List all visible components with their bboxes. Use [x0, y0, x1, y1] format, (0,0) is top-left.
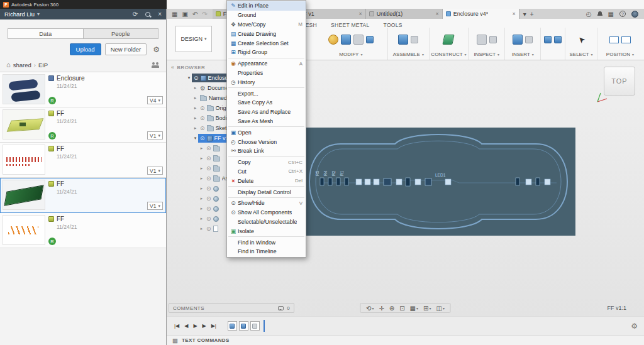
fit-icon[interactable]: [399, 305, 404, 312]
expand-arrow-icon[interactable]: [199, 166, 204, 171]
text-commands-bar[interactable]: TEXT COMMANDS: [167, 335, 644, 345]
menu-item-save-as-and-replace[interactable]: Save As and Replace: [227, 107, 306, 117]
expand-arrow-icon[interactable]: [192, 116, 198, 121]
joint-icon[interactable]: [411, 36, 418, 43]
construction-plane-icon[interactable]: [443, 35, 455, 45]
menu-item-find-in-window[interactable]: Find in Window: [227, 238, 306, 247]
tab-close-icon[interactable]: [358, 11, 362, 17]
redo-icon[interactable]: ↷: [202, 11, 207, 18]
menu-item-cut[interactable]: CutCtrl+X: [227, 167, 306, 177]
expand-arrow-icon[interactable]: [186, 75, 192, 80]
visibility-eye-icon[interactable]: [200, 115, 205, 121]
apps-grid-icon[interactable]: ▦: [608, 11, 614, 18]
press-pull-icon[interactable]: [328, 35, 338, 45]
visibility-eye-icon[interactable]: [206, 226, 211, 232]
menu-item-edit-in-place[interactable]: ✎Edit in Place: [227, 1, 306, 11]
menu-item-choose-version[interactable]: ◴Choose Version: [227, 137, 306, 146]
search-icon[interactable]: [145, 12, 150, 17]
menu-item-find-in-timeline[interactable]: Find in Timeline: [227, 247, 306, 256]
view-cube-face-label[interactable]: TOP: [611, 77, 627, 85]
version-dropdown[interactable]: V1: [147, 202, 163, 210]
expand-arrow-icon[interactable]: [192, 136, 198, 141]
timeline-feature-component[interactable]: [228, 321, 237, 331]
home-icon[interactable]: [6, 61, 11, 68]
viewports-icon[interactable]: [436, 305, 444, 312]
menu-item-save-as-mesh[interactable]: Save As Mesh: [227, 117, 306, 126]
expand-arrow-icon[interactable]: [199, 146, 204, 151]
menu-item-appearance[interactable]: ◉AppearanceA: [227, 59, 306, 68]
tab-list-chevron-icon[interactable]: [523, 11, 526, 18]
group-label-inspect[interactable]: INSPECT: [474, 52, 499, 60]
document-tab[interactable]: Untitled(1): [366, 9, 443, 19]
visibility-eye-icon[interactable]: [194, 75, 199, 81]
decal-icon[interactable]: [525, 36, 533, 43]
visibility-eye-icon[interactable]: [206, 216, 211, 222]
visibility-eye-icon[interactable]: [206, 175, 211, 182]
upload-button[interactable]: Upload: [70, 43, 101, 55]
menu-item-display-detail-control[interactable]: Display Detail Control: [227, 187, 306, 197]
settings-gear-icon[interactable]: [153, 45, 160, 54]
close-panel-icon[interactable]: ×: [158, 11, 162, 18]
shell-icon[interactable]: [353, 35, 364, 45]
display-settings-icon[interactable]: [410, 305, 418, 312]
menu-item-create-selection-set[interactable]: ▦Create Selection Set: [227, 38, 306, 48]
help-icon[interactable]: [619, 11, 626, 17]
visibility-eye-icon[interactable]: [206, 185, 211, 192]
group-label-select[interactable]: SELECT: [569, 52, 592, 60]
menu-item-save-copy-as[interactable]: Save Copy As: [227, 98, 306, 107]
grid-settings-icon[interactable]: [423, 305, 431, 312]
menu-item-history[interactable]: ◷History: [227, 77, 306, 87]
visibility-eye-icon[interactable]: [200, 105, 205, 111]
pcb-3d-render[interactable]: R5 R4 R2 R1 LED1: [302, 128, 575, 236]
timeline-feature-component[interactable]: [239, 321, 248, 331]
insert-mesh-icon[interactable]: [513, 35, 523, 45]
expand-arrow-icon[interactable]: [199, 226, 204, 231]
exchange-icon[interactable]: [544, 36, 552, 43]
play-icon[interactable]: [192, 323, 198, 329]
timeline-settings-gear-icon[interactable]: [631, 322, 638, 331]
expand-arrow-icon[interactable]: [199, 186, 204, 191]
measure-icon[interactable]: [477, 35, 487, 45]
user-name[interactable]: Richard Liu: [4, 11, 35, 18]
version-dropdown[interactable]: V4: [147, 96, 163, 104]
collapse-chevron-icon[interactable]: [171, 64, 175, 70]
section-analysis-icon[interactable]: [489, 36, 497, 43]
breadcrumb-root[interactable]: shared: [13, 62, 31, 68]
go-to-end-icon[interactable]: [210, 323, 218, 329]
menu-item-delete[interactable]: ×DeleteDel: [227, 176, 306, 185]
save-icon[interactable]: ▣: [182, 11, 187, 18]
data-item-ff-selected[interactable]: FF 11/24/21 V1: [0, 178, 166, 213]
position-revert-icon[interactable]: [621, 36, 631, 43]
menu-item-show-all-components[interactable]: ⊙Show All Components: [227, 208, 306, 217]
visibility-eye-icon[interactable]: [206, 145, 211, 151]
menu-item-move-copy[interactable]: ✥Move/CopyM: [227, 20, 306, 30]
menu-item-show-hide[interactable]: ⊙Show/HideV: [227, 199, 306, 208]
menu-item-break-link[interactable]: ⚯Break Link: [227, 146, 306, 156]
tab-close-icon[interactable]: [435, 11, 438, 17]
expand-arrow-icon[interactable]: [199, 216, 204, 221]
comments-bar[interactable]: COMMENTS 0: [169, 303, 294, 313]
document-tab-active[interactable]: Enclosure v4*: [443, 9, 519, 19]
orbit-icon[interactable]: [366, 305, 374, 312]
visibility-eye-icon[interactable]: [206, 155, 211, 162]
expand-arrow-icon[interactable]: [199, 206, 204, 211]
expand-arrow-icon[interactable]: [192, 106, 198, 111]
group-label-construct[interactable]: CONSTRUCT: [431, 52, 466, 60]
expand-arrow-icon[interactable]: [199, 156, 204, 161]
menu-item-create-drawing[interactable]: ▤Create Drawing: [227, 29, 306, 38]
flag-icon[interactable]: [554, 36, 562, 43]
show-data-panel-icon[interactable]: ▦: [172, 11, 177, 18]
version-dropdown[interactable]: V1: [147, 131, 163, 140]
new-component-icon[interactable]: [398, 35, 408, 45]
workspace-switcher[interactable]: DESIGN: [175, 26, 212, 52]
expand-arrow-icon[interactable]: [192, 126, 198, 131]
expand-arrow-icon[interactable]: [192, 96, 198, 101]
visibility-eye-icon[interactable]: [206, 165, 211, 172]
group-label-insert[interactable]: INSERT: [512, 52, 534, 60]
refresh-icon[interactable]: ⟳: [133, 11, 138, 18]
menu-item-isolate[interactable]: ▣Isolate: [227, 226, 306, 236]
data-item-ff[interactable]: FF 11/24/21 R: [0, 213, 166, 248]
job-status-icon[interactable]: ◴: [586, 11, 592, 18]
visibility-eye-icon[interactable]: [206, 205, 211, 212]
pan-icon[interactable]: [379, 305, 384, 312]
